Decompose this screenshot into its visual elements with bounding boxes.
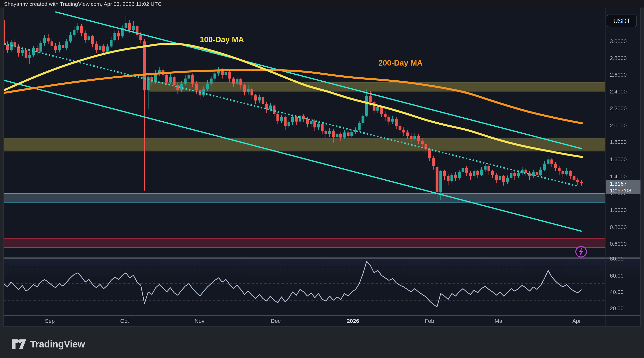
price-tick-label: 2.8000 xyxy=(610,55,627,62)
month-tick-label: Mar xyxy=(495,318,504,324)
rsi-tick-label: 20.00 xyxy=(610,305,624,312)
ma100-annotation: 100-Day MA xyxy=(200,35,244,44)
symbol-currency-label: USDT xyxy=(613,17,630,25)
tradingview-logo-icon xyxy=(12,339,26,350)
month-tick-label: Oct xyxy=(120,318,129,324)
rsi-tick-label: 40.00 xyxy=(610,289,624,295)
month-tick-label: 2026 xyxy=(347,318,359,324)
instant-trading-button[interactable] xyxy=(575,246,587,258)
chart-credit-text: Shayannv created with TradingView.com, A… xyxy=(4,1,162,7)
last-price-tag: 1.3167 12:57:03 xyxy=(606,180,640,194)
price-tick-label: 0.6000 xyxy=(610,241,627,247)
month-tick-label: Apr xyxy=(572,318,581,324)
price-tick-label: 2.0000 xyxy=(610,122,627,129)
last-price-value: 1.3167 xyxy=(610,180,640,187)
lightning-bolt-icon xyxy=(578,248,584,255)
ma200-annotation: 200-Day MA xyxy=(378,59,423,68)
price-tick-label: 2.2000 xyxy=(610,105,627,112)
rsi-tick-label: 80.00 xyxy=(610,255,624,262)
price-tick-label: 2.6000 xyxy=(610,72,627,78)
month-tick-label: Sep xyxy=(45,318,55,324)
price-tick-label: 1.6000 xyxy=(610,156,627,163)
rsi-tick-label: 60.00 xyxy=(610,273,624,279)
price-tick-label: 1.0000 xyxy=(610,207,627,214)
price-tick-label: 0.8000 xyxy=(610,224,627,231)
price-axis[interactable]: 3.00002.80002.60002.40002.20002.00001.80… xyxy=(605,8,640,327)
month-tick-label: Feb xyxy=(425,318,434,324)
price-tick-label: 1.8000 xyxy=(610,139,627,145)
symbol-currency-button[interactable]: USDT xyxy=(607,15,637,27)
month-tick-label: Nov xyxy=(194,318,204,324)
price-tick-label: 1.4000 xyxy=(610,173,627,180)
tradingview-chart-window: Shayannv created with TradingView.com, A… xyxy=(0,0,644,358)
tradingview-logo: TradingView xyxy=(12,339,85,350)
price-tick-label: 3.0000 xyxy=(610,38,627,45)
tradingview-logo-text: TradingView xyxy=(30,339,85,350)
price-tick-label: 2.4000 xyxy=(610,88,627,95)
time-axis[interactable]: SepOctNovDec2026FebMarApr xyxy=(4,316,605,327)
last-price-countdown: 12:57:03 xyxy=(610,187,640,194)
month-tick-label: Dec xyxy=(271,318,280,324)
price-chart-canvas[interactable] xyxy=(0,0,644,358)
